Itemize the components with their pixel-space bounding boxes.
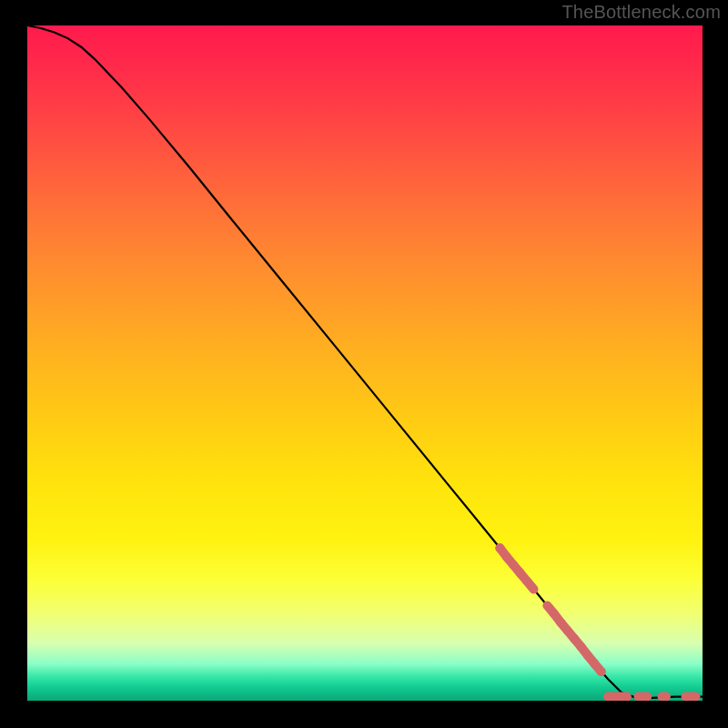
chart-area (27, 25, 703, 701)
watermark-text: TheBottleneck.com (561, 2, 721, 23)
chart-curve (27, 25, 703, 698)
svg-point-15 (597, 667, 606, 676)
chart-overlay (27, 25, 703, 701)
svg-point-14 (495, 543, 504, 552)
chart-highlight-markers (495, 543, 605, 676)
